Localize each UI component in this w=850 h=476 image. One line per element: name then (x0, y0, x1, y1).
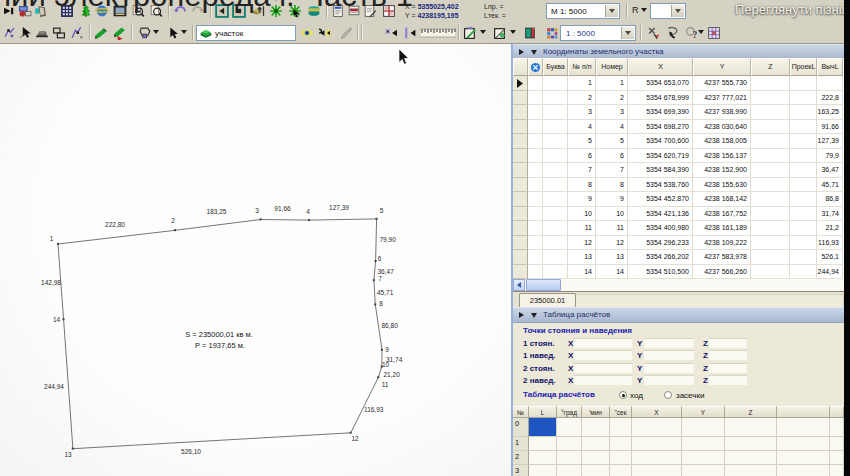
grid-cell[interactable] (529, 451, 557, 465)
grid-cell[interactable] (632, 437, 682, 451)
cell-z[interactable] (751, 236, 790, 251)
row-selector[interactable] (513, 221, 528, 236)
cell-select[interactable] (528, 163, 543, 178)
cell-npp[interactable]: 9 (568, 192, 596, 207)
cell-npp[interactable]: 8 (568, 178, 596, 193)
cell-vychl[interactable]: 45,71 (817, 178, 843, 193)
grid-row-number[interactable]: 3 (513, 465, 529, 476)
collapse-right-icon[interactable] (519, 312, 524, 318)
grid-cell[interactable] (632, 418, 682, 437)
grid-cell[interactable] (725, 418, 777, 437)
grid-row-number[interactable]: 1 (513, 437, 529, 451)
cell-proekl[interactable] (790, 192, 817, 207)
pixel-grid-button[interactable] (544, 25, 560, 41)
cell-select[interactable] (528, 178, 543, 193)
grid-cell[interactable] (582, 437, 610, 451)
cell-vychl[interactable]: 116,93 (817, 236, 843, 251)
cell-nomer[interactable]: 10 (596, 207, 628, 222)
cell-select[interactable] (528, 221, 543, 236)
cell-y[interactable]: 4238 030,640 (693, 120, 751, 135)
row-selector[interactable] (513, 105, 528, 120)
grid-column-header-c9[interactable] (830, 406, 844, 418)
cell-select[interactable] (528, 91, 543, 106)
dropdown-arrow-icon[interactable] (153, 30, 159, 34)
cell-x[interactable]: 5354 538,760 (628, 178, 693, 193)
dropdown-arrow-icon[interactable] (510, 30, 516, 34)
cell-x[interactable]: 5354 653,070 (628, 76, 693, 91)
cell-vychl[interactable] (817, 76, 843, 91)
dropdown-arrow-icon[interactable] (181, 30, 187, 34)
cell-z[interactable] (751, 91, 790, 106)
grid-row-number[interactable]: 0 (513, 418, 529, 437)
column-header-Z[interactable]: Z (751, 58, 790, 76)
cell-bukva[interactable] (543, 76, 568, 91)
cell-x[interactable]: 5354 678,999 (628, 91, 693, 106)
row-selector[interactable] (513, 192, 528, 207)
grid-column-header-c8[interactable] (777, 406, 830, 418)
grid-column-header-Z[interactable]: Z (725, 406, 777, 418)
cell-proekl[interactable] (790, 149, 817, 164)
grid-column-header-L[interactable]: L (529, 406, 557, 418)
column-header-Буква[interactable]: Буква (543, 58, 568, 76)
orbit-button[interactable] (664, 25, 680, 41)
input-x-3[interactable] (574, 363, 632, 373)
grid-cell[interactable] (557, 418, 582, 437)
cell-nomer[interactable]: 5 (596, 134, 628, 149)
cell-z[interactable] (751, 163, 790, 178)
lasso-node-button[interactable] (137, 25, 153, 41)
cell-bukva[interactable] (543, 236, 568, 251)
cell-y[interactable]: 4238 158,005 (693, 134, 751, 149)
cell-select[interactable] (528, 120, 543, 135)
cell-proekl[interactable] (790, 105, 817, 120)
cell-y[interactable]: 4237 938,990 (693, 105, 751, 120)
cell-select[interactable] (528, 265, 543, 280)
grid-cell[interactable] (725, 451, 777, 465)
cell-npp[interactable]: 13 (568, 250, 596, 265)
cell-bukva[interactable] (543, 149, 568, 164)
cell-y[interactable]: 4238 152,900 (693, 163, 751, 178)
cell-x[interactable]: 5354 296,233 (628, 236, 693, 251)
grid-cell[interactable] (557, 465, 582, 476)
cell-z[interactable] (751, 178, 790, 193)
cell-y[interactable]: 4237 555,730 (693, 76, 751, 91)
cell-select[interactable] (528, 192, 543, 207)
cell-vychl[interactable]: 244,94 (817, 265, 843, 280)
cell-select[interactable] (528, 236, 543, 251)
input-y-1[interactable] (644, 338, 694, 348)
input-x-4[interactable] (574, 375, 632, 385)
collapse-right-icon[interactable] (519, 49, 524, 55)
grid-cell[interactable] (610, 451, 632, 465)
row-selector[interactable] (513, 91, 528, 106)
input-x-1[interactable] (574, 338, 632, 348)
cell-proekl[interactable] (790, 120, 817, 135)
cell-x[interactable]: 5354 452,870 (628, 192, 693, 207)
cell-y[interactable]: 4237 777,021 (693, 91, 751, 106)
combo-dropdown-icon[interactable] (605, 5, 618, 17)
dropdown-arrow-icon[interactable] (480, 30, 486, 34)
grid-cell[interactable] (725, 437, 777, 451)
row-selector[interactable] (513, 236, 528, 251)
cell-nomer[interactable]: 1 (596, 76, 628, 91)
grid-cell[interactable] (830, 418, 844, 437)
watch-later-overlay[interactable]: Переглянути пізніш (735, 2, 850, 17)
grid-cell[interactable] (610, 418, 632, 437)
cell-select[interactable] (528, 105, 543, 120)
cell-npp[interactable]: 10 (568, 207, 596, 222)
grid-cell[interactable] (682, 437, 725, 451)
node-edit-button[interactable] (2, 25, 18, 41)
grid-row-number[interactable]: 2 (513, 451, 529, 465)
cursor-black-button[interactable] (165, 25, 181, 41)
column-header-№ п/п[interactable]: № п/п (568, 58, 596, 76)
grid-cell[interactable] (582, 465, 610, 476)
cell-z[interactable] (751, 149, 790, 164)
cell-select[interactable] (528, 149, 543, 164)
cell-x[interactable]: 5354 421,136 (628, 207, 693, 222)
cell-bukva[interactable] (543, 265, 568, 280)
row-selector[interactable] (513, 207, 528, 222)
cell-npp[interactable]: 12 (568, 236, 596, 251)
column-header-ВычL[interactable]: ВычL (817, 58, 843, 76)
cell-nomer[interactable]: 12 (596, 236, 628, 251)
grid-small-button[interactable] (706, 25, 722, 41)
cell-vychl[interactable]: 222,8 (817, 91, 843, 106)
active-layer-combo[interactable]: участок (196, 25, 296, 41)
